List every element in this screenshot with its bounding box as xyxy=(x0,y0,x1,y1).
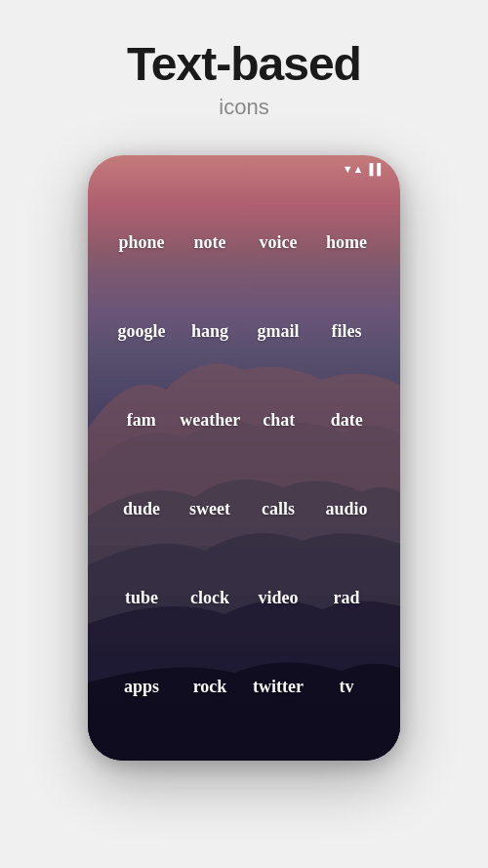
status-bar: ▼▲ ▌▌ xyxy=(88,155,400,179)
icon-note[interactable]: note xyxy=(181,232,239,253)
signal-icon: ▌▌ xyxy=(369,163,385,175)
icon-phone[interactable]: phone xyxy=(112,232,171,253)
phone-mockup: ▼▲ ▌▌ phone note voice home google hang … xyxy=(88,155,400,761)
icon-row-1: phone note voice home xyxy=(107,232,381,253)
icon-gmail[interactable]: gmail xyxy=(249,321,307,342)
icon-apps[interactable]: apps xyxy=(112,677,171,697)
icon-fam[interactable]: fam xyxy=(112,410,171,431)
icon-tv[interactable]: tv xyxy=(317,677,376,697)
wifi-icon: ▼▲ xyxy=(343,163,364,175)
icon-row-2: google hang gmail files xyxy=(107,321,381,342)
icon-chat[interactable]: chat xyxy=(250,410,308,431)
icon-row-6: apps rock twitter tv xyxy=(107,677,381,697)
icon-voice[interactable]: voice xyxy=(249,232,307,253)
icon-row-3: fam weather chat date xyxy=(107,410,381,431)
icon-date[interactable]: date xyxy=(317,410,376,431)
icon-sweet[interactable]: sweet xyxy=(181,499,239,519)
icon-dude[interactable]: dude xyxy=(112,499,171,519)
icon-calls[interactable]: calls xyxy=(249,499,307,519)
phone-screen: ▼▲ ▌▌ phone note voice home google hang … xyxy=(88,155,400,761)
icon-weather[interactable]: weather xyxy=(180,410,240,431)
icon-home[interactable]: home xyxy=(317,232,376,253)
icon-rock[interactable]: rock xyxy=(181,677,239,697)
icon-files[interactable]: files xyxy=(317,321,376,342)
page-subtitle: icons xyxy=(20,95,468,120)
icon-google[interactable]: google xyxy=(112,321,171,342)
icon-twitter[interactable]: twitter xyxy=(249,677,307,697)
icon-tube[interactable]: tube xyxy=(112,588,171,608)
icon-clock[interactable]: clock xyxy=(181,588,239,608)
header: Text-based icons xyxy=(0,0,488,140)
status-icons: ▼▲ ▌▌ xyxy=(343,163,385,175)
icon-hang[interactable]: hang xyxy=(181,321,239,342)
icon-row-4: dude sweet calls audio xyxy=(107,499,381,519)
icon-video[interactable]: video xyxy=(249,588,307,608)
icon-row-5: tube clock video rad xyxy=(107,588,381,608)
icon-rad[interactable]: rad xyxy=(317,588,376,608)
page-title: Text-based xyxy=(20,39,468,91)
icon-audio[interactable]: audio xyxy=(317,499,376,519)
icon-grid: phone note voice home google hang gmail … xyxy=(88,179,400,761)
